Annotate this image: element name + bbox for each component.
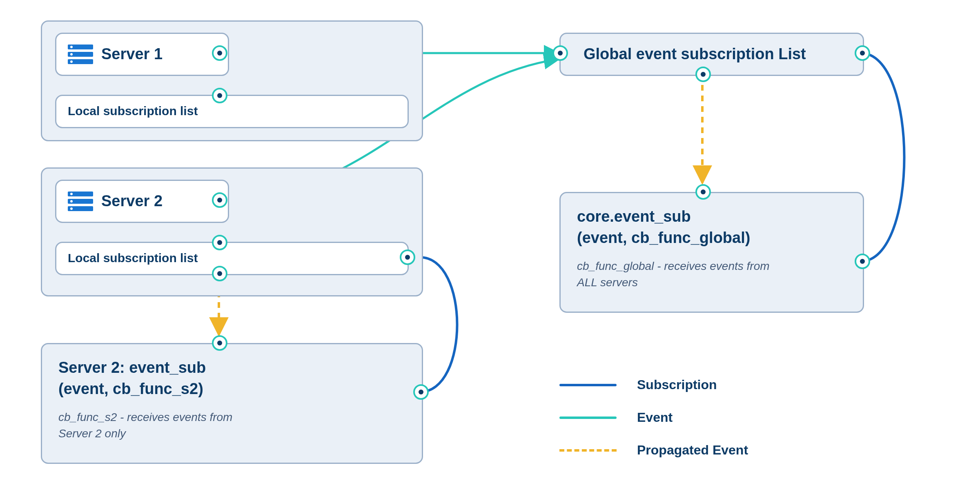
legend-label-propagated: Propagated Event (637, 443, 748, 458)
server2-detail-desc2: Server 2 only (58, 426, 126, 441)
port-global-left (552, 45, 568, 61)
server-icon (68, 45, 93, 64)
legend: Subscription Event Propagated Event (559, 380, 862, 470)
legend-label-subscription: Subscription (637, 377, 717, 392)
port-server1-out (212, 45, 227, 61)
server2-detail-desc1: cb_func_s2 - receives events from (58, 410, 232, 425)
legend-label-event: Event (637, 410, 673, 425)
port-server2-detail-right (413, 384, 429, 400)
port-global-detail-top (695, 184, 711, 200)
server2-header: Server 2 (55, 180, 229, 223)
global-detail-title1: core.event_sub (577, 208, 691, 225)
server1-header: Server 1 (55, 33, 229, 76)
server2-title: Server 2 (101, 192, 163, 210)
port-server2-local-right (400, 249, 415, 265)
port-server2-detail-top (212, 335, 227, 351)
legend-line-event (559, 416, 617, 419)
port-server2-local-bottom (212, 266, 227, 281)
port-server2-local-top (212, 235, 227, 250)
edge-sub-server2 (420, 257, 457, 392)
server2-detail-title2: (event, cb_func_s2) (58, 380, 203, 398)
port-global-detail-right (855, 254, 870, 269)
legend-line-propagated (559, 449, 617, 452)
port-global-bottom (695, 67, 711, 82)
global-detail-box: core.event_sub (event, cb_func_global) c… (559, 192, 864, 313)
server2-local-list: Local subscription list (55, 242, 409, 275)
server2-detail-box: Server 2: event_sub (event, cb_func_s2) … (41, 343, 423, 464)
global-detail-desc2: ALL servers (577, 275, 638, 290)
port-global-right (855, 45, 870, 61)
global-detail-title2: (event, cb_func_global) (577, 229, 750, 247)
port-server1-local-top (212, 88, 227, 103)
global-detail-desc1: cb_func_global - receives events from (577, 258, 770, 274)
port-server2-out (212, 192, 227, 208)
legend-line-subscription (559, 384, 617, 386)
server2-local-label: Local subscription list (68, 251, 198, 265)
global-list-title: Global event subscription List (584, 45, 806, 63)
global-list-box: Global event subscription List (559, 33, 864, 76)
server-icon (68, 192, 93, 211)
server1-local-label: Local subscription list (68, 104, 198, 118)
server2-detail-title1: Server 2: event_sub (58, 359, 206, 376)
server1-local-list: Local subscription list (55, 95, 409, 128)
server1-title: Server 1 (101, 45, 163, 63)
edge-sub-global (861, 53, 904, 261)
